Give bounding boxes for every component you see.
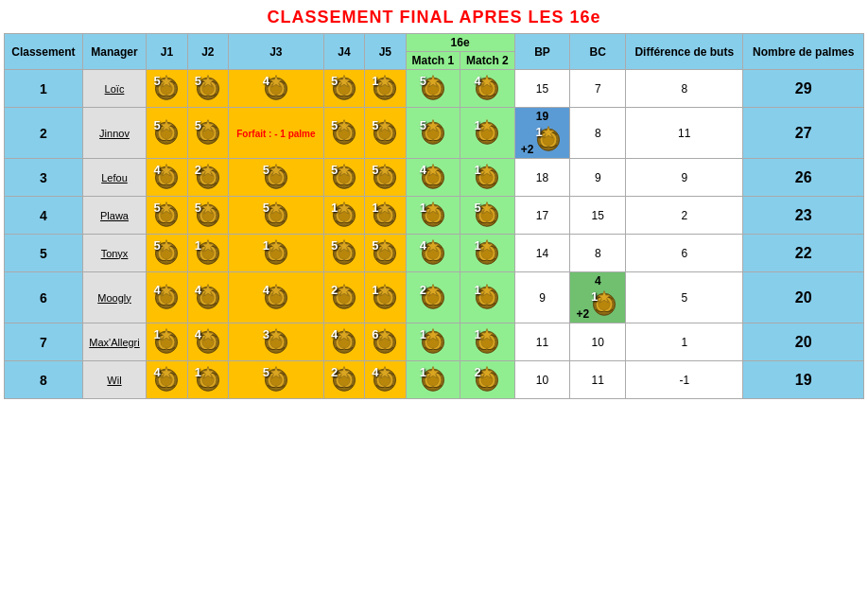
medal-icon: 6: [370, 325, 400, 358]
medal-icon: 4: [261, 72, 291, 105]
j2-cell: 5: [187, 108, 228, 159]
m2-cell: 4: [460, 70, 515, 108]
medal-icon: 5: [151, 116, 182, 149]
m2-cell: 5: [460, 197, 515, 235]
j1-cell: 1: [147, 323, 187, 361]
header-match2: Match 2: [460, 52, 515, 70]
header-classement: Classement: [5, 34, 83, 70]
bp-cell: 9: [514, 272, 570, 323]
nombre-cell: 20: [743, 323, 864, 361]
nombre-cell: 29: [743, 70, 864, 108]
medal-icon: 2: [418, 281, 448, 314]
medal-icon: 4: [472, 72, 502, 105]
rank-cell: 3: [5, 159, 83, 197]
header-j2: J2: [187, 34, 228, 70]
medal-icon: 5: [329, 72, 359, 105]
medal-icon: 1: [370, 199, 400, 232]
medal-icon: 2: [329, 363, 359, 396]
j4-cell: 4: [323, 323, 364, 361]
manager-cell: Wil: [82, 361, 146, 399]
medal-icon: 5: [151, 72, 182, 105]
medal-icon: 5: [151, 236, 182, 270]
rank-cell: 7: [5, 323, 83, 361]
nombre-cell: 23: [743, 197, 864, 235]
manager-cell: Loïc: [82, 70, 146, 108]
medal-icon: 1: [261, 236, 291, 270]
header-manager: Manager: [82, 34, 146, 70]
m2-cell: 1: [460, 159, 515, 197]
bp-bonus: +2 1: [521, 143, 564, 156]
m1-cell: 5: [406, 108, 460, 159]
medal-icon: 2: [193, 161, 223, 194]
medal-icon: 5: [329, 161, 359, 194]
j2-cell: 1: [187, 361, 228, 399]
j3-cell: 5: [229, 197, 324, 235]
j1-cell: 5: [147, 197, 187, 235]
forfait-label: Forfait : - 1 palme: [236, 129, 315, 139]
medal-icon: 1: [472, 236, 502, 270]
j4-cell: 2: [323, 272, 364, 323]
medal-icon: 1: [472, 161, 502, 194]
medal-icon: 1: [370, 281, 400, 314]
diff-cell: 8: [626, 70, 743, 108]
medal-icon: 1: [472, 116, 502, 149]
j2-cell: 2: [187, 159, 228, 197]
j4-cell: 5: [323, 70, 364, 108]
bc-cell: 9: [570, 159, 626, 197]
bp-cell: 11: [514, 323, 570, 361]
j1-cell: 5: [147, 70, 187, 108]
bc-cell: 15: [570, 197, 626, 235]
medal-icon: 5: [193, 199, 223, 232]
m2-cell: 1: [460, 108, 515, 159]
m1-cell: 1: [406, 323, 460, 361]
j5-cell: 1: [365, 70, 406, 108]
medal-icon: 1: [370, 72, 400, 105]
diff-cell: 5: [626, 272, 743, 323]
diff-cell: 9: [626, 159, 743, 197]
j1-cell: 4: [147, 361, 187, 399]
manager-cell: Jinnov: [82, 108, 146, 159]
j2-cell: 5: [187, 70, 228, 108]
rank-cell: 5: [5, 235, 83, 272]
j4-cell: 1: [323, 197, 364, 235]
nombre-cell: 26: [743, 159, 864, 197]
medal-icon: 1: [329, 199, 359, 232]
bp-cell: 14: [514, 235, 570, 272]
medal-icon: 5: [261, 199, 291, 232]
bp-cell: 19+2 1: [514, 108, 570, 159]
j5-cell: 5: [365, 159, 406, 197]
bp-cell: 18: [514, 159, 570, 197]
m2-cell: 2: [460, 361, 515, 399]
medal-icon: 2: [329, 281, 359, 314]
medal-icon: 4: [193, 281, 223, 314]
m2-cell: 1: [460, 323, 515, 361]
medal-icon: 5: [370, 161, 400, 194]
medal-icon: 5: [418, 72, 448, 105]
medal-icon: 3: [261, 325, 291, 358]
medal-icon: 4: [151, 363, 182, 396]
j3-cell-forfait: Forfait : - 1 palme: [229, 108, 324, 159]
j3-cell: 5: [229, 361, 324, 399]
medal-icon: 4: [151, 281, 182, 314]
diff-cell: 6: [626, 235, 743, 272]
j5-cell: 5: [365, 108, 406, 159]
medal-icon: 4: [418, 236, 448, 270]
manager-cell: Tonyx: [82, 235, 146, 272]
manager-cell: Moogly: [82, 272, 146, 323]
header-j1: J1: [147, 34, 187, 70]
medal-icon: 4: [370, 363, 400, 396]
j4-cell: 5: [323, 108, 364, 159]
header-nombre: Nombre de palmes: [743, 34, 864, 70]
standings-table: Classement Manager J1 J2 J3 J4 J5 16e BP…: [4, 33, 864, 399]
manager-cell: Lefou: [82, 159, 146, 197]
medal-icon: 5: [151, 199, 182, 232]
m1-cell: 2: [406, 272, 460, 323]
bc-cell: 7: [570, 70, 626, 108]
rank-cell: 6: [5, 272, 83, 323]
medal-icon: 5: [329, 236, 359, 270]
nombre-cell: 22: [743, 235, 864, 272]
bc-cell: 8: [570, 108, 626, 159]
j3-cell: 4: [229, 272, 324, 323]
medal-icon: 1: [533, 123, 564, 156]
medal-icon: 1: [472, 325, 502, 358]
